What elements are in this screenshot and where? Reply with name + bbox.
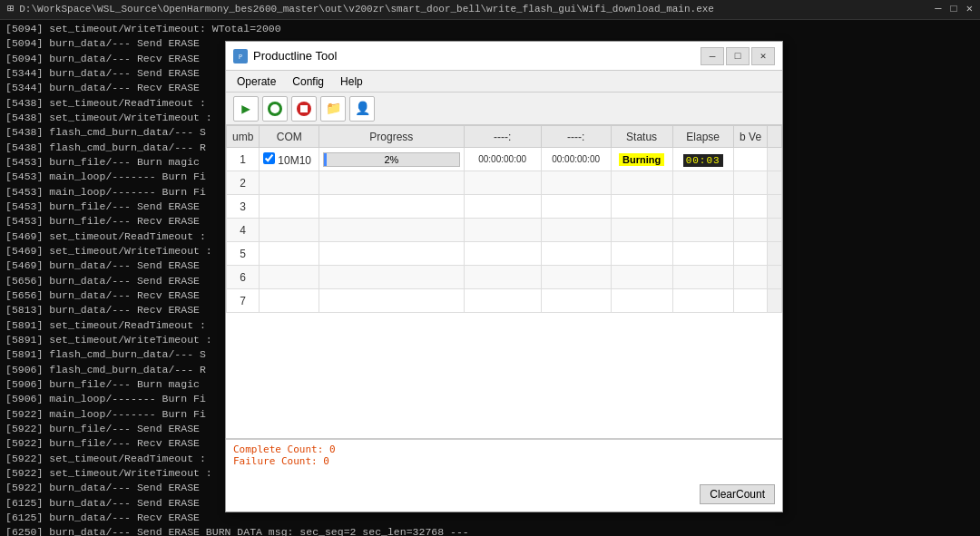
cell-status <box>611 171 672 195</box>
cell-row-num: 3 <box>227 195 260 219</box>
burn-table-area: umb COM Progress ----: ----: Status Elap… <box>226 125 782 439</box>
cell-dash2 <box>541 219 611 242</box>
cell-dash2 <box>541 171 611 195</box>
menu-help[interactable]: Help <box>333 73 370 90</box>
cell-bv <box>733 148 768 171</box>
terminal-maximize[interactable]: □ <box>951 2 957 17</box>
col-header-num: umb <box>227 126 260 148</box>
dialog-maximize-btn[interactable]: □ <box>726 47 750 65</box>
col-header-dash1: ----: <box>464 126 541 148</box>
play-button[interactable]: ▶ <box>233 96 259 122</box>
cell-com[interactable] <box>260 289 319 313</box>
menu-bar: Operate Config Help <box>226 71 782 93</box>
svg-text:P: P <box>239 54 242 61</box>
col-header-com: COM <box>260 126 319 148</box>
cell-bv <box>733 219 768 242</box>
cell-dash1 <box>464 266 541 289</box>
cell-progress <box>319 219 464 242</box>
cell-elapse <box>672 195 733 219</box>
terminal-controls: — □ ✕ <box>935 2 973 17</box>
cell-dash2 <box>541 289 611 313</box>
cell-status <box>611 195 672 219</box>
dialog-close-btn[interactable]: ✕ <box>751 47 775 65</box>
status-badge: Burning <box>619 153 664 166</box>
failure-count-line: Failure Count: 0 <box>233 455 775 467</box>
cell-dash1: 00:00:00:00 <box>464 148 541 171</box>
dialog-title-controls: — □ ✕ <box>701 47 775 65</box>
stop-button[interactable] <box>291 96 317 122</box>
dialog-minimize-btn[interactable]: — <box>701 47 724 65</box>
cell-progress: 2% <box>319 148 464 171</box>
cell-elapse <box>672 266 733 289</box>
burn-table: umb COM Progress ----: ----: Status Elap… <box>226 125 782 313</box>
cell-dash1 <box>464 242 541 266</box>
terminal-line: [6125] burn_data/--- Recv ERASE <box>5 511 975 525</box>
cell-com[interactable] <box>260 171 319 195</box>
cell-scroll <box>768 242 782 266</box>
cell-com[interactable] <box>260 242 319 266</box>
cell-elapse <box>672 289 733 313</box>
terminal-title: D:\WorkSpace\WSL_Source\OpenHarmony_bes2… <box>19 3 714 17</box>
cell-elapse: 00:03 <box>672 148 733 171</box>
menu-config[interactable]: Config <box>285 73 331 90</box>
svg-point-3 <box>270 104 279 113</box>
cell-progress <box>319 289 464 313</box>
cell-dash1 <box>464 171 541 195</box>
table-row: 7 <box>227 289 782 313</box>
folder-button[interactable]: 📁 <box>320 96 346 122</box>
cell-row-num: 2 <box>227 171 260 195</box>
cell-progress <box>319 266 464 289</box>
log-area: Complete Count: 0 Failure Count: 0 Clear… <box>226 439 782 512</box>
menu-operate[interactable]: Operate <box>230 73 283 90</box>
cell-row-num: 1 <box>227 148 260 171</box>
col-header-scroll <box>768 126 782 148</box>
elapse-value: 00:03 <box>683 154 723 167</box>
cell-dash2: 00:00:00:00 <box>541 148 611 171</box>
dialog-title-text: Productline Tool <box>253 49 337 63</box>
cell-scroll <box>768 148 782 171</box>
cell-progress <box>319 195 464 219</box>
cell-scroll <box>768 289 782 313</box>
cell-com[interactable] <box>260 219 319 242</box>
cell-elapse <box>672 219 733 242</box>
cell-status <box>611 242 672 266</box>
cell-bv <box>733 195 768 219</box>
cell-scroll <box>768 266 782 289</box>
cell-dash2 <box>541 266 611 289</box>
user-button[interactable]: 👤 <box>349 96 375 122</box>
cell-bv <box>733 289 768 313</box>
cell-dash2 <box>541 242 611 266</box>
cell-status <box>611 289 672 313</box>
cell-dash2 <box>541 195 611 219</box>
cell-elapse <box>672 171 733 195</box>
svg-rect-5 <box>300 105 308 112</box>
dialog-title-left: P Productline Tool <box>233 49 337 63</box>
cell-scroll <box>768 219 782 242</box>
terminal-close[interactable]: ✕ <box>966 2 973 17</box>
cell-row-num: 4 <box>227 219 260 242</box>
cell-status <box>611 219 672 242</box>
cell-com[interactable]: 10M10 <box>260 148 319 171</box>
terminal-line: [5094] set_timeout/WriteTimeout: WTotal=… <box>5 22 975 36</box>
stop-circle-button[interactable] <box>262 96 288 122</box>
table-row: 3 <box>227 195 782 219</box>
cell-progress <box>319 171 464 195</box>
cell-scroll <box>768 195 782 219</box>
terminal-minimize[interactable]: — <box>935 2 941 17</box>
cell-status <box>611 266 672 289</box>
com-value: 10M10 <box>278 154 311 167</box>
clear-count-button[interactable]: ClearCount <box>700 484 775 504</box>
terminal-line: [6250] burn_data/--- Send ERASE BURN DAT… <box>5 525 975 536</box>
row-checkbox[interactable] <box>263 152 275 164</box>
cell-com[interactable] <box>260 195 319 219</box>
table-row: 4 <box>227 219 782 242</box>
cell-dash1 <box>464 195 541 219</box>
col-header-progress: Progress <box>319 126 464 148</box>
col-header-dash2: ----: <box>541 126 611 148</box>
cell-row-num: 6 <box>227 266 260 289</box>
cell-com[interactable] <box>260 266 319 289</box>
terminal-icon: ⊞ <box>7 2 14 17</box>
dialog-main: umb COM Progress ----: ----: Status Elap… <box>226 125 782 512</box>
col-header-bv: b Ve <box>733 126 768 148</box>
col-header-elapse: Elapse <box>672 126 733 148</box>
